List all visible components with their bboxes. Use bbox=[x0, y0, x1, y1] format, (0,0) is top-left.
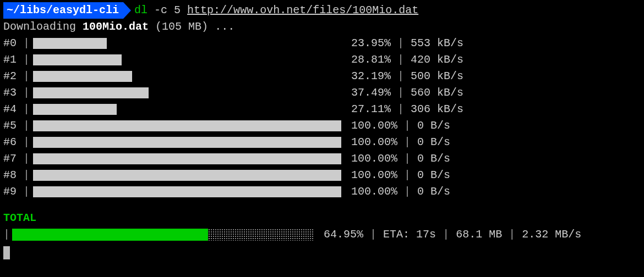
chunk-row: #6|100.00% | 0 B/s bbox=[3, 134, 641, 151]
chunk-row: #7|100.00% | 0 B/s bbox=[3, 151, 641, 167]
chunk-progress-bar bbox=[33, 104, 341, 115]
chunk-progress-bar bbox=[33, 137, 341, 148]
chunk-speed: 0 B/s bbox=[417, 136, 450, 148]
terminal-cursor bbox=[3, 246, 10, 259]
command: dl -c 5 http://www.ovh.net/files/100Mio.… bbox=[131, 2, 418, 19]
chunk-percent: 100.00% bbox=[351, 136, 397, 148]
chunk-stats: 27.11% | 306 kB/s bbox=[341, 101, 463, 118]
chunk-id: #4 bbox=[3, 101, 23, 118]
prompt-path: ~/libs/easydl-cli bbox=[3, 2, 123, 19]
chunk-speed: 306 kB/s bbox=[411, 103, 463, 115]
prompt-arrow-icon bbox=[123, 2, 131, 19]
chunk-speed: 0 B/s bbox=[417, 169, 450, 181]
chunk-pipe: | bbox=[23, 184, 30, 200]
chunk-stats: 100.00% | 0 B/s bbox=[341, 184, 450, 200]
total-eta-label: ETA: bbox=[383, 228, 410, 241]
total-speed: 2.32 MB/s bbox=[522, 228, 581, 241]
chunk-progress-fill bbox=[33, 170, 341, 181]
chunk-pipe: | bbox=[23, 85, 30, 101]
chunk-percent: 100.00% bbox=[351, 185, 397, 198]
chunk-progress-bar bbox=[33, 87, 341, 98]
chunk-id: #1 bbox=[3, 52, 23, 68]
prompt-line: ~/libs/easydl-cli dl -c 5 http://www.ovh… bbox=[3, 2, 641, 19]
chunk-speed: 500 kB/s bbox=[411, 70, 463, 82]
chunk-pipe: | bbox=[23, 118, 30, 134]
status-size: (105 MB) bbox=[155, 20, 208, 33]
chunk-progress-fill bbox=[33, 104, 117, 115]
chunk-percent: 37.49% bbox=[351, 86, 391, 99]
chunk-row: #1| 28.81% | 420 kB/s bbox=[3, 52, 641, 68]
chunk-row: #9|100.00% | 0 B/s bbox=[3, 184, 641, 200]
chunk-speed: 0 B/s bbox=[417, 119, 450, 132]
chunk-id: #0 bbox=[3, 35, 23, 52]
command-flags: -c 5 bbox=[154, 4, 181, 16]
status-prefix: Downloading bbox=[3, 20, 76, 33]
chunk-percent: 100.00% bbox=[351, 169, 397, 181]
chunk-percent: 27.11% bbox=[351, 103, 391, 115]
chunk-progress-bar bbox=[33, 38, 341, 49]
chunk-id: #2 bbox=[3, 68, 23, 85]
chunk-progress-fill bbox=[33, 87, 149, 98]
status-line: Downloading 100Mio.dat (105 MB) ... bbox=[3, 19, 641, 35]
chunk-percent: 100.00% bbox=[351, 152, 397, 165]
chunk-progress-fill bbox=[33, 120, 341, 131]
chunk-id: #6 bbox=[3, 134, 23, 151]
total-progress-bar bbox=[12, 229, 314, 241]
chunk-id: #7 bbox=[3, 151, 23, 167]
total-row: | 64.95% | ETA: 17s | 68.1 MB | 2.32 MB/… bbox=[3, 226, 641, 243]
chunk-row: #2| 32.19% | 500 kB/s bbox=[3, 68, 641, 85]
chunk-stats: 100.00% | 0 B/s bbox=[341, 151, 450, 167]
chunk-percent: 28.81% bbox=[351, 53, 391, 66]
chunk-progress-fill bbox=[33, 153, 341, 164]
chunk-speed: 0 B/s bbox=[417, 185, 450, 198]
total-downloaded: 68.1 MB bbox=[456, 228, 502, 241]
chunk-pipe: | bbox=[23, 101, 30, 118]
chunk-speed: 0 B/s bbox=[417, 152, 450, 165]
chunk-row: #3| 37.49% | 560 kB/s bbox=[3, 85, 641, 101]
chunk-progress-fill bbox=[33, 38, 107, 49]
status-filename: 100Mio.dat bbox=[83, 20, 149, 33]
chunk-progress-bar bbox=[33, 170, 341, 181]
chunk-stats: 23.95% | 553 kB/s bbox=[341, 35, 463, 52]
chunk-progress-bar bbox=[33, 120, 341, 131]
chunk-stats: 28.81% | 420 kB/s bbox=[341, 52, 463, 68]
chunk-pipe: | bbox=[23, 52, 30, 68]
chunk-stats: 100.00% | 0 B/s bbox=[341, 118, 450, 134]
chunk-id: #9 bbox=[3, 184, 23, 200]
total-pipe: | bbox=[3, 226, 10, 243]
chunk-progress-bar bbox=[33, 153, 341, 164]
chunk-percent: 100.00% bbox=[351, 119, 397, 132]
chunk-pipe: | bbox=[23, 167, 30, 184]
command-name: dl bbox=[134, 4, 148, 16]
chunk-id: #5 bbox=[3, 118, 23, 134]
chunk-id: #8 bbox=[3, 167, 23, 184]
chunk-pipe: | bbox=[23, 35, 30, 52]
total-percent: 64.95% bbox=[324, 228, 363, 241]
status-suffix: ... bbox=[215, 20, 234, 33]
chunk-stats: 100.00% | 0 B/s bbox=[341, 167, 450, 184]
chunk-progress-bar bbox=[33, 54, 341, 65]
chunk-stats: 32.19% | 500 kB/s bbox=[341, 68, 463, 85]
chunk-pipe: | bbox=[23, 134, 30, 151]
total-progress-fill bbox=[12, 229, 208, 241]
chunk-row: #4| 27.11% | 306 kB/s bbox=[3, 101, 641, 118]
chunk-speed: 560 kB/s bbox=[411, 86, 463, 99]
chunk-progress-fill bbox=[33, 137, 341, 148]
chunk-progress-fill bbox=[33, 71, 132, 82]
chunk-speed: 553 kB/s bbox=[411, 37, 463, 49]
chunk-percent: 23.95% bbox=[351, 37, 391, 49]
chunk-progress-fill bbox=[33, 186, 341, 197]
chunk-stats: 100.00% | 0 B/s bbox=[341, 134, 450, 151]
chunk-pipe: | bbox=[23, 68, 30, 85]
chunk-progress-fill bbox=[33, 54, 122, 65]
chunk-row: #5|100.00% | 0 B/s bbox=[3, 118, 641, 134]
chunk-row: #0| 23.95% | 553 kB/s bbox=[3, 35, 641, 52]
total-eta: 17s bbox=[416, 228, 436, 241]
chunk-progress-bar bbox=[33, 186, 341, 197]
total-stats: 64.95% | ETA: 17s | 68.1 MB | 2.32 MB/s bbox=[314, 226, 581, 243]
total-label: TOTAL bbox=[3, 210, 641, 226]
chunk-progress-bar bbox=[33, 71, 341, 82]
chunk-row: #8|100.00% | 0 B/s bbox=[3, 167, 641, 184]
chunk-list: #0| 23.95% | 553 kB/s#1| 28.81% | 420 kB… bbox=[3, 35, 641, 200]
chunk-stats: 37.49% | 560 kB/s bbox=[341, 85, 463, 101]
